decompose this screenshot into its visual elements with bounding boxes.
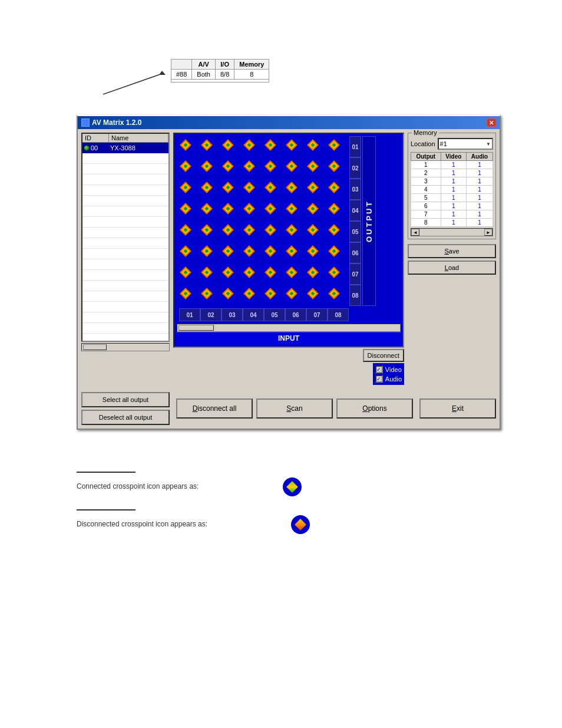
- matrix-cell[interactable]: [198, 221, 219, 242]
- matrix-cell[interactable]: [240, 221, 262, 242]
- matrix-cell[interactable]: [198, 136, 219, 157]
- matrix-cell[interactable]: [283, 200, 304, 221]
- matrix-cell[interactable]: [304, 285, 325, 306]
- crosspoint-diamond-icon: [285, 181, 298, 194]
- device-scrollbar[interactable]: [81, 343, 170, 351]
- matrix-cell[interactable]: [177, 200, 198, 221]
- matrix-cell[interactable]: [325, 263, 346, 285]
- matrix-cell[interactable]: [198, 179, 219, 200]
- memory-location-dropdown[interactable]: #1 ▼: [438, 138, 493, 150]
- matrix-cell[interactable]: [304, 263, 325, 285]
- crosspoint-bg: [283, 179, 300, 196]
- matrix-cell[interactable]: [283, 285, 304, 306]
- matrix-cell[interactable]: [177, 263, 198, 285]
- load-button[interactable]: Load: [408, 261, 496, 275]
- matrix-cell[interactable]: [177, 285, 198, 306]
- matrix-cell[interactable]: [177, 221, 198, 242]
- matrix-cell[interactable]: [177, 157, 198, 179]
- matrix-cell[interactable]: [262, 179, 283, 200]
- crosspoint-bg: [220, 137, 236, 153]
- memory-scrollbar[interactable]: ◄ ►: [411, 228, 493, 236]
- disconnect-all-button[interactable]: Disconnect all: [176, 398, 253, 419]
- matrix-cell[interactable]: [198, 200, 219, 221]
- matrix-cell[interactable]: [304, 136, 325, 157]
- matrix-cell[interactable]: [219, 200, 240, 221]
- output-label: 05: [349, 221, 361, 242]
- matrix-cell[interactable]: [262, 263, 283, 285]
- matrix-cell[interactable]: [304, 157, 325, 179]
- save-button[interactable]: Save: [408, 244, 496, 258]
- device-list[interactable]: ID Name 00 YX-3088: [81, 133, 170, 342]
- matrix-cell[interactable]: [304, 200, 325, 221]
- input-label: 05: [264, 308, 285, 321]
- matrix-cell[interactable]: [219, 136, 240, 157]
- matrix-cell[interactable]: [283, 157, 304, 179]
- crosspoint-diamond-icon: [306, 266, 319, 279]
- select-all-output-button[interactable]: Select all output: [81, 392, 170, 407]
- scan-button[interactable]: Scan: [256, 398, 333, 419]
- scroll-right-icon[interactable]: ►: [484, 229, 492, 236]
- scan-rest: can: [291, 404, 302, 413]
- matrix-cell[interactable]: [283, 136, 304, 157]
- matrix-cell[interactable]: [262, 157, 283, 179]
- matrix-cell[interactable]: [304, 221, 325, 242]
- matrix-cell[interactable]: [240, 285, 262, 306]
- exit-button[interactable]: Exit: [419, 398, 496, 419]
- matrix-cell[interactable]: [198, 285, 219, 306]
- matrix-cell[interactable]: [262, 221, 283, 242]
- matrix-cell[interactable]: [283, 242, 304, 263]
- scrollbar-h-thumb: [178, 325, 214, 331]
- matrix-cell[interactable]: [198, 263, 219, 285]
- matrix-cell[interactable]: [325, 136, 346, 157]
- matrix-cell[interactable]: [304, 179, 325, 200]
- device-row[interactable]: 00 YX-3088: [82, 143, 168, 153]
- matrix-cell[interactable]: [325, 179, 346, 200]
- disconnect-button[interactable]: Disconnect: [363, 349, 404, 362]
- matrix-cell[interactable]: [262, 242, 283, 263]
- matrix-cell[interactable]: [283, 179, 304, 200]
- matrix-cell[interactable]: [283, 221, 304, 242]
- matrix-cell[interactable]: [177, 179, 198, 200]
- crosspoint-bg: [241, 264, 257, 281]
- matrix-cell[interactable]: [240, 157, 262, 179]
- matrix-grid[interactable]: [177, 136, 346, 306]
- matrix-cell[interactable]: [198, 242, 219, 263]
- matrix-cell[interactable]: [240, 263, 262, 285]
- close-button[interactable]: ✕: [487, 118, 496, 127]
- matrix-cell[interactable]: [325, 242, 346, 263]
- crosspoint-diamond-icon: [306, 245, 319, 258]
- matrix-cell[interactable]: [283, 263, 304, 285]
- crosspoint-diamond-icon: [222, 223, 234, 236]
- scroll-left-icon[interactable]: ◄: [411, 229, 419, 236]
- matrix-cell[interactable]: [198, 157, 219, 179]
- matrix-cell[interactable]: [240, 179, 262, 200]
- matrix-cell[interactable]: [325, 221, 346, 242]
- mem-video-val: 1: [441, 177, 466, 186]
- matrix-cell[interactable]: [177, 136, 198, 157]
- options-button[interactable]: Options: [336, 398, 413, 419]
- matrix-cell[interactable]: [325, 285, 346, 306]
- horizontal-scrollbar[interactable]: [177, 324, 401, 332]
- matrix-cell[interactable]: [325, 200, 346, 221]
- output-label: 03: [349, 179, 361, 200]
- matrix-cell[interactable]: [304, 242, 325, 263]
- matrix-cell[interactable]: [325, 157, 346, 179]
- info-table-container: A/V I/O Memory #88 Both 8/8 8: [171, 59, 269, 83]
- matrix-cell[interactable]: [262, 200, 283, 221]
- deselect-all-output-button[interactable]: Deselect all output: [81, 410, 170, 425]
- matrix-cell[interactable]: [219, 157, 240, 179]
- matrix-cell[interactable]: [219, 242, 240, 263]
- matrix-cell[interactable]: [219, 263, 240, 285]
- audio-checkbox[interactable]: ✓: [375, 375, 383, 383]
- matrix-cell[interactable]: [240, 136, 262, 157]
- matrix-cell[interactable]: [219, 285, 240, 306]
- matrix-cell[interactable]: [240, 200, 262, 221]
- matrix-cell[interactable]: [262, 136, 283, 157]
- matrix-cell[interactable]: [240, 242, 262, 263]
- matrix-cell[interactable]: [219, 221, 240, 242]
- matrix-cell[interactable]: [219, 179, 240, 200]
- matrix-cell[interactable]: [177, 242, 198, 263]
- matrix-cell[interactable]: [262, 285, 283, 306]
- memory-table-row: 4 1 1: [411, 186, 493, 194]
- video-checkbox[interactable]: ✓: [375, 365, 383, 373]
